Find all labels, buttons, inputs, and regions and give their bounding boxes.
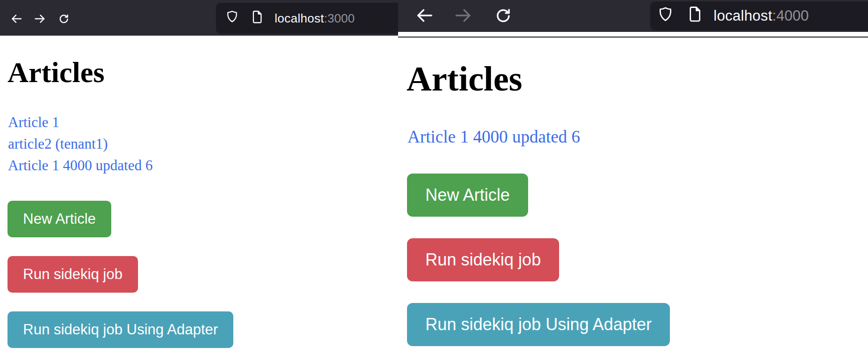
article-link[interactable]: Article 1 4000 updated 6 [407,125,580,149]
browser-window-3000: localhost:3000 Articles Article 1 articl… [0,0,398,363]
url-port-text: :3000 [324,11,354,26]
article-links: Article 1 4000 updated 6 [407,125,580,149]
url-port-text: :4000 [772,8,809,24]
reload-icon[interactable] [494,6,513,25]
page-document-icon[interactable] [688,6,702,26]
run-sidekiq-job-adapter-button[interactable]: Run sidekiq job Using Adapter [8,311,233,348]
forward-icon-disabled [454,6,473,25]
page-title: Articles [8,56,105,88]
page-document-icon[interactable] [251,10,263,27]
browser-window-4000: localhost:4000 Articles Article 1 4000 u… [398,0,868,363]
browser-toolbar: localhost:4000 [398,0,868,32]
new-article-button[interactable]: New Article [8,201,111,237]
article-link[interactable]: Article 1 4000 updated 6 [8,155,153,176]
page-title: Articles [407,60,522,98]
run-sidekiq-job-button[interactable]: Run sidekiq job [8,256,138,293]
article-link[interactable]: Article 1 [8,112,153,133]
shield-icon[interactable] [225,10,239,27]
forward-icon[interactable] [34,13,46,25]
reload-icon[interactable] [58,13,70,25]
run-sidekiq-job-button[interactable]: Run sidekiq job [407,238,559,281]
url-host-text: localhost [714,8,772,24]
article-link[interactable]: article2 (tenant1) [8,133,153,155]
address-bar[interactable]: localhost:3000 [216,3,398,34]
url-host-text: localhost [275,11,324,26]
article-links: Article 1 article2 (tenant1) Article 1 4… [8,112,153,176]
shield-icon[interactable] [657,6,674,26]
new-article-button[interactable]: New Article [407,174,528,217]
page-content: Articles Article 1 4000 updated 6 New Ar… [398,38,868,363]
back-icon[interactable] [415,6,434,25]
back-icon[interactable] [10,13,23,25]
browser-toolbar: localhost:3000 [0,0,398,36]
address-bar[interactable]: localhost:4000 [650,1,868,30]
run-sidekiq-job-adapter-button[interactable]: Run sidekiq job Using Adapter [407,303,670,346]
page-content: Articles Article 1 article2 (tenant1) Ar… [0,36,398,363]
